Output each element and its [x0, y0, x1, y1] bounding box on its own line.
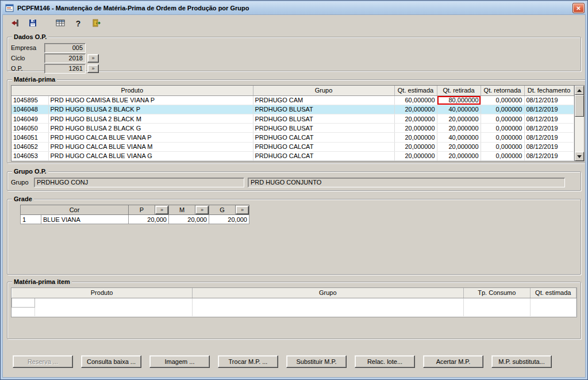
col-header-grupo: Grupo — [253, 86, 394, 95]
grade-lookup-button-p[interactable]: » — [155, 206, 168, 214]
footer-button-2[interactable]: Imagem ... — [149, 355, 210, 368]
save-icon — [28, 18, 37, 29]
cell-qt-retirada[interactable]: 20,000000 — [437, 142, 481, 151]
grade-lookup-button-m[interactable]: » — [195, 206, 209, 214]
exit-button[interactable] — [90, 17, 102, 30]
cell-codigo[interactable]: 1046048 — [11, 105, 48, 114]
cell-codigo[interactable]: 1046052 — [11, 142, 48, 151]
cell-produto[interactable]: PRD HUGO BLUSA 2 BLACK P — [48, 105, 253, 114]
footer-button-6[interactable]: Acertar M.P. — [423, 355, 483, 368]
cell-produto[interactable]: PRD HUGO BLUSA 2 BLACK G — [48, 124, 253, 133]
cell-dt-fechamento[interactable]: 08/12/2019 — [524, 95, 574, 105]
cell-grupo[interactable]: PRDHUGO BLUSAT — [253, 105, 394, 114]
cell-qt-estimada[interactable]: 20,000000 — [394, 142, 437, 151]
help-button[interactable]: ? — [72, 17, 84, 30]
cell-produto[interactable]: PRD HUGO CAMISA BLUE VIANA P — [48, 95, 253, 105]
cell-codigo[interactable]: 1046051 — [11, 133, 48, 142]
cell-qt-retornada[interactable]: 0,000000 — [481, 142, 524, 151]
grade-cell-p[interactable]: 20,000 — [129, 215, 169, 224]
cell-qt-retirada[interactable]: 20,000000 — [437, 114, 481, 123]
grade-row[interactable]: 1 BLUE VIANA 20,000 20,000 20,000 — [21, 215, 249, 224]
cell-grupo[interactable]: PRDHUGO CALCAT — [253, 151, 394, 160]
cell-qt-retornada[interactable]: 0,000000 — [481, 124, 524, 133]
cell-qt-retornada[interactable]: 0,000000 — [481, 114, 524, 123]
scroll-up-button[interactable] — [575, 86, 584, 95]
ciclo-field[interactable]: 2018 — [44, 53, 86, 63]
table-row[interactable]: 1046048 PRD HUGO BLUSA 2 BLACK P PRDHUGO… — [11, 105, 574, 114]
cell-qt-estimada[interactable]: 20,000000 — [394, 114, 437, 123]
cell-qt-retornada[interactable]: 0,000000 — [481, 95, 524, 105]
save-button[interactable] — [26, 17, 39, 30]
table-row[interactable]: 1046049 PRD HUGO BLUSA 2 BLACK M PRDHUGO… — [11, 114, 574, 123]
materia-prima-legend: Matéria-prima — [12, 76, 57, 83]
table-row[interactable]: 1046051 PRD HUGO CALCA BLUE VIANA P PRDH… — [11, 133, 574, 142]
grade-cell-m[interactable]: 20,000 — [169, 215, 209, 224]
cell-qt-retirada[interactable]: 40,000000 — [437, 133, 481, 142]
item-empty-row[interactable] — [12, 307, 577, 316]
cell-qt-estimada[interactable]: 20,000000 — [394, 105, 437, 114]
footer-button-7[interactable]: M.P. substituta... — [491, 355, 552, 368]
scroll-down-button[interactable] — [575, 152, 584, 161]
cell-grupo[interactable]: PRDHUGO CALCAT — [253, 142, 394, 151]
close-button[interactable]: ✕ — [573, 3, 584, 13]
grupo-descricao-field[interactable]: PRD HUGO CONJUNTO — [248, 178, 565, 187]
cell-qt-retornada[interactable]: 0,000000 — [481, 105, 524, 114]
cell-produto[interactable]: PRD HUGO CALCA BLUE VIANA M — [48, 142, 253, 151]
grade-cell-seq[interactable]: 1 — [21, 215, 41, 224]
cell-qt-estimada[interactable]: 20,000000 — [394, 151, 437, 160]
cell-grupo[interactable]: PRDHUGO BLUSAT — [253, 114, 394, 123]
cell-qt-estimada[interactable]: 60,000000 — [394, 95, 437, 105]
cell-dt-fechamento[interactable]: 08/12/2019 — [524, 133, 574, 142]
cell-produto[interactable]: PRD HUGO CALCA BLUE VIANA G — [48, 151, 253, 160]
item-empty-row[interactable] — [12, 298, 577, 307]
table-row[interactable]: 1045895 PRD HUGO CAMISA BLUE VIANA P PRD… — [11, 95, 574, 105]
materia-prima-table: Produto Grupo Qt. estimada Qt. retirada … — [11, 86, 574, 161]
footer-button-5[interactable]: Relac. lote... — [355, 355, 415, 368]
grade-header-p: P — [129, 205, 155, 215]
cell-grupo[interactable]: PRDHUGO CAM — [253, 95, 394, 105]
cell-grupo[interactable]: PRDHUGO BLUSAT — [253, 124, 394, 133]
ciclo-lookup-button[interactable]: » — [87, 54, 99, 63]
cell-dt-fechamento[interactable]: 08/12/2019 — [524, 151, 574, 160]
post-exit-button[interactable] — [9, 17, 21, 30]
cell-qt-retirada[interactable]: 80,000000 — [437, 95, 481, 105]
scroll-track[interactable] — [575, 95, 584, 152]
table-row[interactable]: 1046053 PRD HUGO CALCA BLUE VIANA G PRDH… — [11, 151, 574, 160]
cell-produto[interactable]: PRD HUGO CALCA BLUE VIANA P — [48, 133, 253, 142]
cell-codigo[interactable]: 1046050 — [11, 124, 48, 133]
cell-codigo[interactable]: 1046053 — [11, 151, 48, 160]
footer-button-3[interactable]: Trocar M.P. ... — [218, 355, 278, 368]
empresa-field[interactable]: 005 — [44, 43, 86, 53]
cell-qt-estimada[interactable]: 20,000000 — [394, 124, 437, 133]
cell-codigo[interactable]: 1046049 — [11, 114, 48, 123]
cell-produto[interactable]: PRD HUGO BLUSA 2 BLACK M — [48, 114, 253, 123]
grid-button[interactable] — [54, 17, 67, 30]
table-row[interactable]: 1046052 PRD HUGO CALCA BLUE VIANA M PRDH… — [11, 142, 574, 151]
cell-codigo[interactable]: 1045895 — [11, 95, 48, 105]
table-row[interactable]: 1046050 PRD HUGO BLUSA 2 BLACK G PRDHUGO… — [11, 124, 574, 133]
footer-button-1[interactable]: Consulta baixa ... — [81, 355, 141, 368]
cell-dt-fechamento[interactable]: 08/12/2019 — [524, 124, 574, 133]
double-chevron-icon: » — [91, 66, 94, 71]
cell-qt-retirada[interactable]: 20,000000 — [437, 124, 481, 133]
cell-grupo[interactable]: PRDHUGO CALCAT — [253, 133, 394, 142]
footer-button-4[interactable]: Substituir M.P. — [286, 355, 347, 368]
cell-qt-retirada[interactable]: 20,000000 — [437, 151, 481, 160]
grupo-codigo-field[interactable]: PRDHUGO CONJ — [34, 178, 244, 187]
cell-qt-retornada[interactable]: 0,000000 — [481, 133, 524, 142]
item-indicator-cell[interactable] — [12, 298, 35, 307]
grade-cell-cor[interactable]: BLUE VIANA — [41, 215, 129, 224]
cell-qt-retirada[interactable]: 40,000000 — [437, 105, 481, 114]
op-lookup-button[interactable]: » — [87, 64, 99, 73]
grade-lookup-button-g[interactable]: » — [236, 206, 249, 214]
cell-qt-estimada[interactable]: 20,000000 — [394, 133, 437, 142]
vertical-scrollbar[interactable] — [574, 86, 584, 161]
scroll-thumb[interactable] — [575, 95, 584, 117]
grade-cell-g[interactable]: 20,000 — [209, 215, 249, 224]
cell-qt-retornada[interactable]: 0,000000 — [481, 151, 524, 160]
op-field[interactable]: 1261 — [44, 64, 86, 74]
cell-dt-fechamento[interactable]: 08/12/2019 — [524, 105, 574, 114]
col-header-produto: Produto — [11, 86, 253, 95]
cell-dt-fechamento[interactable]: 08/12/2019 — [524, 142, 574, 151]
cell-dt-fechamento[interactable]: 08/12/2019 — [524, 114, 574, 123]
